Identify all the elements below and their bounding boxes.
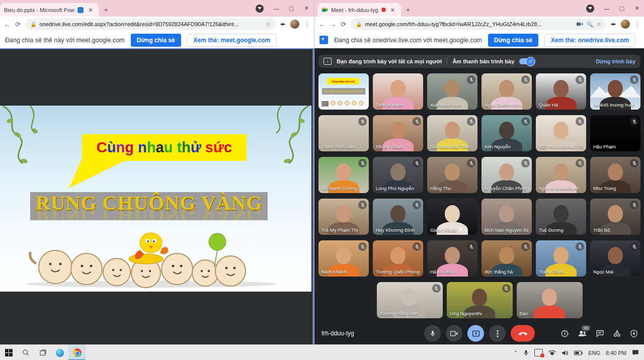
- clock[interactable]: 8:40 PM: [606, 350, 626, 356]
- forward-icon[interactable]: →: [330, 21, 336, 28]
- close-button[interactable]: ✕: [629, 2, 644, 15]
- search-icon[interactable]: [17, 345, 34, 360]
- url-text: meet.google.com/frh-dduu-tyg?fbclid=IwAR…: [365, 21, 574, 27]
- reload-icon[interactable]: ⟳: [341, 21, 346, 28]
- chat-icon[interactable]: [596, 330, 604, 337]
- participant-tile[interactable]: ngọc nguyenkhanh: [536, 157, 586, 193]
- toggle-knob: ✓: [526, 57, 535, 66]
- view-tab-button[interactable]: Xem thẻ: meet.google.com: [187, 34, 277, 47]
- stop-presenting-link[interactable]: Dừng trình bày: [596, 58, 635, 64]
- participant-tile[interactable]: Kim Nguyễn: [481, 115, 532, 151]
- tab-close-icon[interactable]: ✕: [87, 7, 95, 14]
- start-button[interactable]: [0, 345, 17, 360]
- participant-tile[interactable]: Bảo Nam Bùi Trần: [427, 115, 477, 151]
- mic-off-icon: [467, 242, 475, 251]
- participant-tile[interactable]: Hà thu thủy: [427, 240, 477, 277]
- participant-tile[interactable]: Tuệ Dương: [536, 199, 586, 235]
- tab-powerpoint[interactable]: Bieu do.pptx - Microsoft Pow ✕: [0, 3, 99, 17]
- notification-icon[interactable]: [632, 349, 639, 356]
- tray-mic-icon[interactable]: [523, 349, 529, 356]
- edge-icon[interactable]: [51, 345, 68, 360]
- close-button[interactable]: ✕: [299, 2, 314, 15]
- stop-sharing-button[interactable]: Dừng chia sẻ: [131, 34, 181, 47]
- participant-tile[interactable]: Vũ Mạnh Cường: [318, 157, 369, 193]
- participant-tile[interactable]: Trần Bộ: [590, 199, 640, 235]
- participant-tile[interactable]: Ưng Nguyenthi: [447, 282, 513, 318]
- view-tab-button[interactable]: Xem thẻ: onedrive.live.com: [544, 34, 635, 47]
- end-call-button[interactable]: [511, 325, 535, 342]
- host-controls-icon[interactable]: [630, 330, 637, 337]
- tab-meet[interactable]: Meet - frh-dduu-tyg ✕: [317, 3, 401, 17]
- extensions-pin-icon[interactable]: ✒: [280, 21, 286, 28]
- profile-avatar[interactable]: [621, 20, 630, 29]
- presentation-audio-toggle[interactable]: ✓: [519, 58, 534, 64]
- address-bar[interactable]: 🔒 meet.google.com/frh-dduu-tyg?fbclid=Iw…: [351, 18, 606, 30]
- mic-off-icon: [467, 159, 475, 167]
- participant-tile[interactable]: Chinh Đinh văn: [318, 115, 369, 151]
- participant-tile[interactable]: Hậu Phạm: [590, 115, 640, 151]
- mic-button[interactable]: [424, 325, 441, 342]
- participant-name: Hằng Thu: [430, 186, 451, 191]
- participant-tile[interactable]: Trang Thịnh: [536, 240, 586, 277]
- browser-menu-icon[interactable]: ⋮: [634, 21, 640, 28]
- media-control-icon[interactable]: [256, 5, 264, 13]
- participant-tile[interactable]: Ngọc Dương Kim: [481, 73, 532, 110]
- activities-icon[interactable]: [613, 330, 621, 337]
- participant-tile[interactable]: Ngọc Mai: [590, 240, 640, 277]
- tab-close-icon[interactable]: ✕: [389, 7, 397, 14]
- participant-tile[interactable]: Trương Quốc Phong: [373, 240, 423, 277]
- minimize-button[interactable]: —: [269, 2, 284, 15]
- participant-tile[interactable]: Nguyễn Chấn Phong: [481, 157, 532, 193]
- participant-tile[interactable]: đức thắng hà: [481, 240, 532, 277]
- tray-recording-app-icon[interactable]: [534, 349, 543, 356]
- address-bar[interactable]: 🔒 onedrive.live.com/edit.aspx?action=edi…: [25, 18, 276, 30]
- participant-tile[interactable]: Trương Hồng Anh: [377, 282, 443, 318]
- task-view-icon[interactable]: [34, 345, 51, 360]
- new-tab-button[interactable]: +: [406, 5, 411, 14]
- participant-tile[interactable]: Long Phú Nguyễn: [373, 157, 423, 193]
- participant-tile[interactable]: Trà My Phạm Thị: [318, 199, 369, 235]
- participant-tile[interactable]: Bạn: [517, 282, 583, 318]
- new-tab-button[interactable]: +: [104, 5, 108, 14]
- reload-icon[interactable]: ⟳: [15, 21, 21, 28]
- participant-tile[interactable]: Quân Hà: [536, 73, 586, 110]
- chrome-icon[interactable]: [68, 345, 86, 360]
- volume-icon[interactable]: [561, 350, 569, 356]
- maximize-button[interactable]: ▢: [614, 2, 629, 15]
- participant-tile[interactable]: tienk45 truong hung: [590, 73, 640, 110]
- participant-name: Như Trung: [593, 186, 616, 191]
- stop-sharing-button[interactable]: Dừng chia sẻ: [488, 34, 538, 47]
- battery-icon[interactable]: [574, 350, 583, 355]
- participant-tile[interactable]: YẾN NHI HOÀNG THỊ: [536, 115, 586, 151]
- star-icon[interactable]: ☆: [596, 21, 601, 28]
- extensions-pin-icon[interactable]: ✒: [611, 21, 616, 28]
- participant-tile[interactable]: Nhung phạm: [373, 115, 423, 151]
- zoom-icon[interactable]: 🔍: [586, 21, 593, 28]
- more-options-button[interactable]: [489, 325, 506, 342]
- camera-button[interactable]: [446, 325, 462, 342]
- participant-tile[interactable]: Như Trung: [590, 157, 640, 193]
- star-icon[interactable]: ☆: [266, 21, 271, 28]
- participant-tile[interactable]: Dinh Nguyen: [373, 73, 423, 110]
- back-icon[interactable]: ←: [4, 21, 11, 28]
- participant-tile[interactable]: Bich loan Nguyen thị: [481, 199, 532, 235]
- participant-tile[interactable]: Hằng Thu: [427, 157, 477, 193]
- media-control-icon[interactable]: [586, 5, 594, 13]
- language-indicator[interactable]: ENG: [588, 350, 600, 356]
- maximize-button[interactable]: ▢: [284, 2, 299, 15]
- browser-menu-icon[interactable]: ⋮: [304, 21, 310, 28]
- vine-decoration-right: [246, 106, 311, 181]
- presentation-tile[interactable]: Cùng nhau thử sứcRUNG CHUÔNG VÀNG↑: [318, 73, 369, 110]
- meeting-details-icon[interactable]: [561, 330, 569, 337]
- participant-tile[interactable]: xuanhoan trinh: [427, 73, 477, 110]
- participant-tile[interactable]: Huy Khương Đình: [373, 199, 423, 235]
- participant-tile[interactable]: Giang Khuất: [427, 199, 477, 235]
- participant-tile[interactable]: Nam Khánh: [318, 240, 369, 277]
- profile-avatar[interactable]: [290, 20, 299, 29]
- present-button[interactable]: [467, 325, 484, 342]
- back-icon[interactable]: ←: [318, 21, 325, 28]
- participants-icon[interactable]: 33: [578, 330, 587, 337]
- tray-chevron-icon[interactable]: ⌃: [514, 350, 518, 355]
- minimize-button[interactable]: —: [599, 2, 614, 15]
- wifi-icon[interactable]: [548, 350, 556, 356]
